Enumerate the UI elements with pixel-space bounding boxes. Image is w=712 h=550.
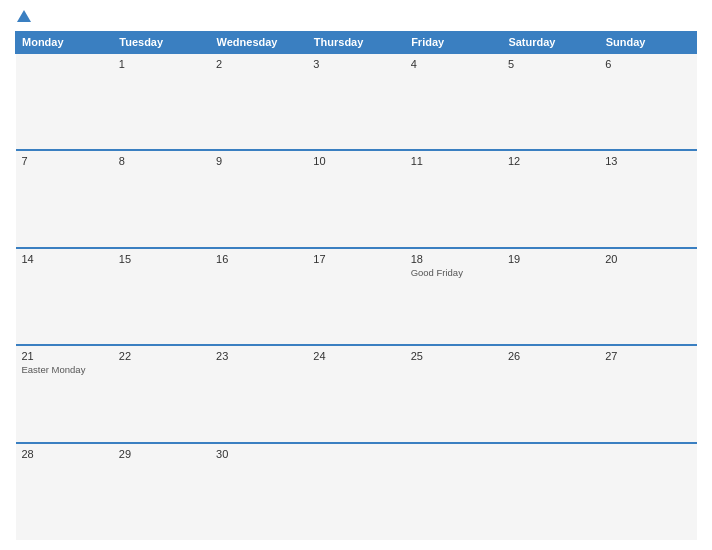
calendar-cell bbox=[502, 443, 599, 540]
day-header-sunday: Sunday bbox=[599, 32, 696, 54]
day-number: 24 bbox=[313, 350, 398, 362]
calendar-cell: 18Good Friday bbox=[405, 248, 502, 345]
header bbox=[15, 10, 697, 23]
week-row-2: 78910111213 bbox=[16, 150, 697, 247]
day-number: 9 bbox=[216, 155, 301, 167]
day-number: 5 bbox=[508, 58, 593, 70]
week-row-5: 282930 bbox=[16, 443, 697, 540]
day-number: 19 bbox=[508, 253, 593, 265]
day-number: 17 bbox=[313, 253, 398, 265]
holiday-label: Easter Monday bbox=[22, 364, 107, 375]
holiday-label: Good Friday bbox=[411, 267, 496, 278]
calendar-cell: 29 bbox=[113, 443, 210, 540]
calendar-cell: 27 bbox=[599, 345, 696, 442]
logo-triangle-icon bbox=[17, 10, 31, 22]
calendar-cell: 2 bbox=[210, 53, 307, 150]
day-number: 20 bbox=[605, 253, 690, 265]
calendar-cell: 6 bbox=[599, 53, 696, 150]
calendar-cell: 8 bbox=[113, 150, 210, 247]
calendar-cell: 22 bbox=[113, 345, 210, 442]
day-number: 12 bbox=[508, 155, 593, 167]
day-number: 21 bbox=[22, 350, 107, 362]
calendar-cell: 12 bbox=[502, 150, 599, 247]
day-number: 18 bbox=[411, 253, 496, 265]
calendar-cell bbox=[16, 53, 113, 150]
calendar-cell: 25 bbox=[405, 345, 502, 442]
calendar-cell: 23 bbox=[210, 345, 307, 442]
day-header-monday: Monday bbox=[16, 32, 113, 54]
day-number: 2 bbox=[216, 58, 301, 70]
calendar-cell: 14 bbox=[16, 248, 113, 345]
calendar-cell: 20 bbox=[599, 248, 696, 345]
day-number: 7 bbox=[22, 155, 107, 167]
day-number: 8 bbox=[119, 155, 204, 167]
calendar-cell: 28 bbox=[16, 443, 113, 540]
calendar-cell: 24 bbox=[307, 345, 404, 442]
day-number: 30 bbox=[216, 448, 301, 460]
day-number: 14 bbox=[22, 253, 107, 265]
calendar-cell: 13 bbox=[599, 150, 696, 247]
day-number: 29 bbox=[119, 448, 204, 460]
day-number: 1 bbox=[119, 58, 204, 70]
logo-blue-text bbox=[15, 10, 31, 23]
calendar-cell: 9 bbox=[210, 150, 307, 247]
calendar-cell bbox=[599, 443, 696, 540]
calendar-cell: 4 bbox=[405, 53, 502, 150]
calendar-cell: 3 bbox=[307, 53, 404, 150]
calendar-cell: 17 bbox=[307, 248, 404, 345]
calendar-cell: 1 bbox=[113, 53, 210, 150]
day-number: 28 bbox=[22, 448, 107, 460]
calendar-cell: 11 bbox=[405, 150, 502, 247]
calendar-cell: 5 bbox=[502, 53, 599, 150]
week-row-3: 1415161718Good Friday1920 bbox=[16, 248, 697, 345]
day-number: 10 bbox=[313, 155, 398, 167]
calendar-cell: 16 bbox=[210, 248, 307, 345]
day-number: 26 bbox=[508, 350, 593, 362]
day-number: 23 bbox=[216, 350, 301, 362]
calendar-cell: 19 bbox=[502, 248, 599, 345]
calendar-cell: 10 bbox=[307, 150, 404, 247]
calendar-cell: 21Easter Monday bbox=[16, 345, 113, 442]
day-number: 4 bbox=[411, 58, 496, 70]
day-header-friday: Friday bbox=[405, 32, 502, 54]
day-number: 13 bbox=[605, 155, 690, 167]
week-row-4: 21Easter Monday222324252627 bbox=[16, 345, 697, 442]
day-number: 11 bbox=[411, 155, 496, 167]
days-header-row: MondayTuesdayWednesdayThursdayFridaySatu… bbox=[16, 32, 697, 54]
day-number: 22 bbox=[119, 350, 204, 362]
day-header-wednesday: Wednesday bbox=[210, 32, 307, 54]
day-number: 16 bbox=[216, 253, 301, 265]
day-number: 15 bbox=[119, 253, 204, 265]
week-row-1: 123456 bbox=[16, 53, 697, 150]
day-number: 6 bbox=[605, 58, 690, 70]
calendar-page: MondayTuesdayWednesdayThursdayFridaySatu… bbox=[0, 0, 712, 550]
calendar-cell: 15 bbox=[113, 248, 210, 345]
day-number: 25 bbox=[411, 350, 496, 362]
calendar-cell: 26 bbox=[502, 345, 599, 442]
logo bbox=[15, 10, 31, 23]
calendar-cell: 7 bbox=[16, 150, 113, 247]
day-header-saturday: Saturday bbox=[502, 32, 599, 54]
day-header-thursday: Thursday bbox=[307, 32, 404, 54]
day-header-tuesday: Tuesday bbox=[113, 32, 210, 54]
calendar-cell bbox=[307, 443, 404, 540]
calendar-table: MondayTuesdayWednesdayThursdayFridaySatu… bbox=[15, 31, 697, 540]
calendar-cell bbox=[405, 443, 502, 540]
calendar-cell: 30 bbox=[210, 443, 307, 540]
day-number: 27 bbox=[605, 350, 690, 362]
day-number: 3 bbox=[313, 58, 398, 70]
